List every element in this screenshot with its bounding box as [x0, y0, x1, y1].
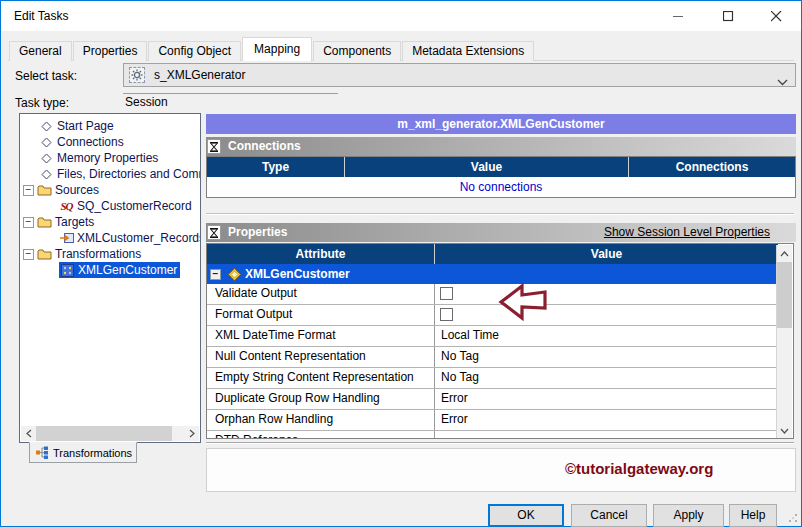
- null-content-value[interactable]: No Tag: [434, 347, 778, 367]
- tree-item-memory-properties[interactable]: Memory Properties: [20, 150, 200, 166]
- tree-item-targets[interactable]: − Targets: [20, 214, 200, 230]
- select-task-dropdown[interactable]: s_XMLGenerator: [123, 63, 796, 87]
- transformations-bottom-tab[interactable]: Transformations: [29, 442, 137, 463]
- property-row: Duplicate Group Row Handling Error: [207, 389, 778, 410]
- close-icon: [771, 11, 782, 22]
- titlebar: Edit Tasks: [1, 1, 801, 31]
- format-output-checkbox[interactable]: [440, 308, 453, 321]
- scroll-thumb[interactable]: [777, 262, 792, 328]
- property-row: Null Content Representation No Tag: [207, 347, 778, 368]
- collapse-icon[interactable]: −: [210, 269, 221, 280]
- scroll-down-icon[interactable]: [777, 423, 792, 438]
- minimize-button[interactable]: [655, 1, 701, 31]
- chevron-down-icon: [777, 72, 788, 90]
- connections-table-header: Type Value Connections: [207, 157, 795, 177]
- tree-item-sources[interactable]: − Sources: [20, 182, 200, 198]
- properties-section-title: Properties: [228, 223, 287, 242]
- scroll-right-icon[interactable]: [184, 426, 199, 441]
- property-row: Orphan Row Handling Error: [207, 410, 778, 431]
- empty-string-content-value[interactable]: No Tag: [434, 368, 778, 388]
- watermark-panel: ©tutorialgateway.org: [206, 448, 796, 492]
- mapping-object-header: m_xml_generator.XMLGenCustomer: [206, 114, 796, 134]
- property-row: DTD Reference: [207, 431, 778, 439]
- window-title: Edit Tasks: [14, 1, 68, 31]
- scroll-left-icon[interactable]: [21, 426, 36, 441]
- target-icon: [59, 232, 74, 245]
- tree-horizontal-scrollbar[interactable]: [21, 426, 199, 441]
- session-gear-icon: [129, 67, 145, 83]
- connections-section-title: Connections: [228, 137, 301, 156]
- etched-divider: [206, 442, 794, 444]
- property-row: Format Output: [207, 305, 778, 326]
- column-type: Type: [207, 157, 344, 177]
- tab-components[interactable]: Components: [313, 41, 401, 61]
- column-connections: Connections: [628, 157, 795, 177]
- tree-item-xmlcustomer-records[interactable]: XMLCustomer_Records: [20, 230, 200, 246]
- folder-icon: [37, 248, 52, 261]
- tab-bar: General Properties Config Object Mapping…: [9, 41, 535, 61]
- tree-item-xmlgencustomer[interactable]: XMLGenCustomer: [20, 262, 200, 278]
- xmlgencustomer-group-row[interactable]: − XMLGenCustomer: [207, 264, 778, 284]
- edit-tasks-dialog: Edit Tasks General Properties Config Obj…: [0, 0, 802, 527]
- properties-vertical-scrollbar[interactable]: [776, 245, 792, 439]
- task-type-label: Task type:: [15, 96, 69, 110]
- collapse-ibeam-icon[interactable]: [207, 139, 221, 154]
- column-prop-value: Value: [434, 244, 778, 264]
- maximize-icon: [723, 11, 734, 22]
- collapse-icon[interactable]: −: [23, 185, 34, 196]
- cancel-button[interactable]: Cancel: [571, 504, 647, 527]
- xml-datetime-format-value[interactable]: Local Time: [434, 326, 778, 346]
- tab-config-object[interactable]: Config Object: [148, 41, 241, 61]
- column-attribute: Attribute: [207, 244, 434, 264]
- select-task-label: Select task:: [15, 69, 77, 83]
- tree-item-transformations[interactable]: − Transformations: [20, 246, 200, 262]
- page-tag-icon: [39, 120, 54, 133]
- dtd-reference-value[interactable]: [434, 431, 778, 439]
- tree-item-connections[interactable]: Connections: [20, 134, 200, 150]
- folder-icon: [37, 184, 52, 197]
- tree-item-sq-customerrecord[interactable]: SQ SQ_CustomerRecord: [20, 198, 200, 214]
- tab-mapping[interactable]: Mapping: [242, 37, 312, 61]
- property-row: Empty String Content Representation No T…: [207, 368, 778, 389]
- tree-item-start-page[interactable]: Start Page: [20, 118, 200, 134]
- scroll-thumb[interactable]: [36, 426, 172, 441]
- collapse-icon[interactable]: −: [23, 249, 34, 260]
- property-row: XML DateTime Format Local Time: [207, 326, 778, 347]
- transformation-icon: [60, 264, 75, 277]
- apply-button[interactable]: Apply: [653, 504, 724, 527]
- no-connections-text: No connections: [207, 177, 795, 197]
- duplicate-group-row-value[interactable]: Error: [434, 389, 778, 409]
- select-task-value: s_XMLGenerator: [154, 64, 245, 86]
- ok-button[interactable]: OK: [488, 504, 564, 527]
- tree-item-files-directories[interactable]: Files, Directories and Comma: [20, 166, 200, 182]
- show-session-level-properties-link[interactable]: Show Session Level Properties: [604, 223, 770, 242]
- task-type-value: Session: [125, 95, 168, 109]
- task-type-underline: [123, 93, 338, 94]
- properties-table-header: Attribute Value: [207, 244, 778, 264]
- help-button[interactable]: Help: [729, 504, 777, 527]
- close-button[interactable]: [753, 1, 799, 31]
- orphan-row-handling-value[interactable]: Error: [434, 410, 778, 430]
- scroll-up-icon[interactable]: [777, 246, 792, 261]
- group-row-label: XMLGenCustomer: [245, 267, 350, 281]
- column-value: Value: [344, 157, 628, 177]
- collapse-ibeam-icon[interactable]: [207, 225, 221, 240]
- tab-general[interactable]: General: [9, 41, 72, 61]
- property-row: Validate Output: [207, 284, 778, 305]
- page-tag-icon: [39, 168, 54, 181]
- maximize-button[interactable]: [705, 1, 751, 31]
- tab-metadata-extensions[interactable]: Metadata Extensions: [402, 41, 534, 61]
- minimize-icon: [673, 11, 684, 22]
- folder-icon: [37, 216, 52, 229]
- validate-output-checkbox[interactable]: [440, 287, 453, 300]
- collapse-icon[interactable]: −: [23, 217, 34, 228]
- task-tree-panel: Start Page Connections Memory Properties…: [19, 113, 201, 443]
- watermark-text: ©tutorialgateway.org: [565, 460, 713, 477]
- section-divider: [206, 213, 794, 215]
- gold-diamond-icon: [227, 268, 242, 281]
- left-block-arrow-annotation: [498, 282, 548, 322]
- tab-properties[interactable]: Properties: [73, 41, 148, 61]
- selected-tree-item: XMLGenCustomer: [59, 262, 180, 278]
- sq-source-icon: SQ: [59, 200, 74, 213]
- resize-grip[interactable]: [788, 513, 798, 523]
